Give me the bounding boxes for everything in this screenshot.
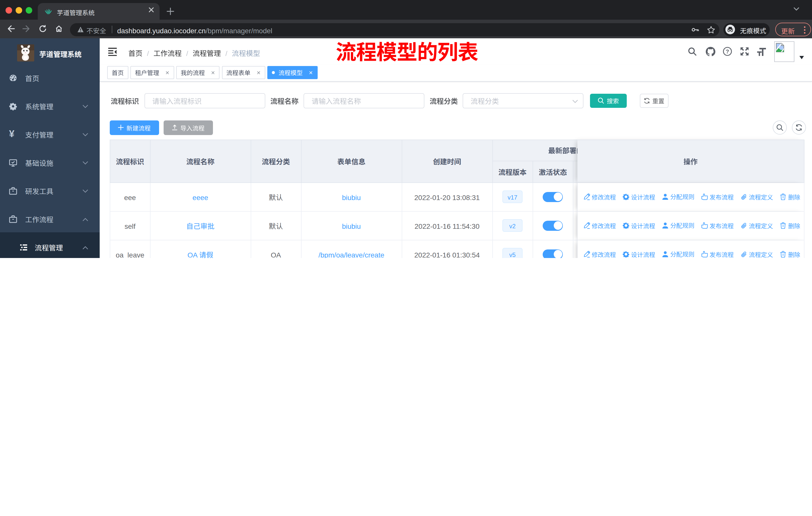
svg-text:?: ? — [726, 48, 729, 55]
